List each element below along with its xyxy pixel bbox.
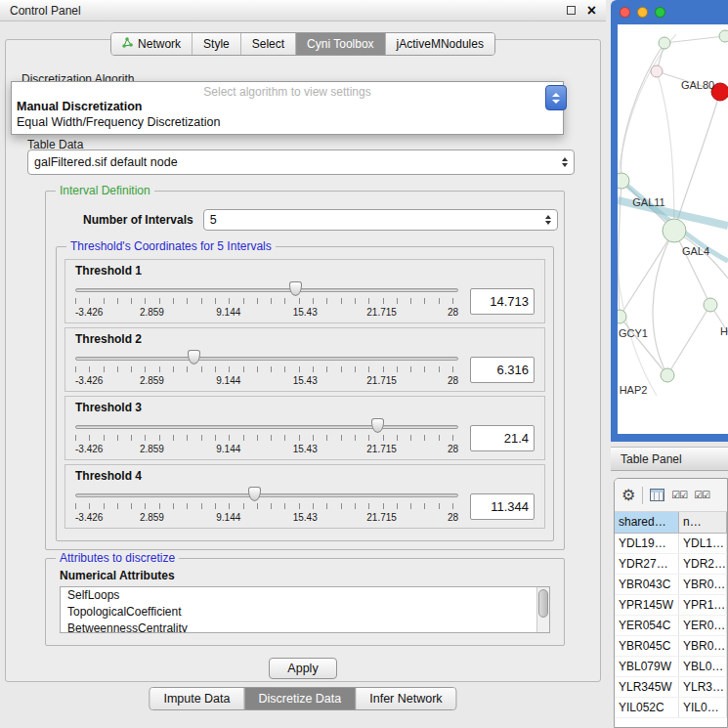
table-row[interactable]: YIL052CYIL0… — [615, 698, 727, 718]
traffic-light-minimize[interactable] — [637, 7, 648, 18]
table-cell[interactable]: YIL052C — [615, 698, 679, 717]
tab-select[interactable]: Select — [241, 33, 296, 55]
tab-discretize-data[interactable]: Discretize Data — [245, 688, 357, 709]
columns-icon[interactable] — [650, 489, 664, 501]
table-row[interactable]: YER054CYER0… — [615, 616, 727, 636]
table-cell[interactable]: YPR1… — [679, 595, 727, 615]
network-node-gcy1[interactable] — [618, 310, 626, 323]
network-node-hap2[interactable] — [661, 368, 674, 382]
slider-scale-label: 28 — [448, 375, 458, 386]
checkbox-icons[interactable]: ☑☑ — [671, 490, 687, 500]
table-cell[interactable]: YBR045C — [615, 636, 679, 656]
threshold-value-box[interactable]: 21.4 — [470, 425, 535, 451]
tab-infer-network[interactable]: Infer Network — [356, 688, 455, 709]
tab-jactivemnodules[interactable]: jActiveMNodules — [386, 33, 494, 55]
apply-button[interactable]: Apply — [269, 658, 336, 679]
tab-cyni-toolbox[interactable]: Cyni Toolbox — [296, 33, 385, 55]
slider-track[interactable] — [75, 493, 458, 497]
table-cell[interactable]: YBR0… — [679, 636, 727, 656]
checkbox-icons[interactable]: ☑☑ — [694, 490, 709, 500]
slider-ticks — [75, 366, 458, 372]
slider-scale-label: 21.715 — [366, 512, 397, 523]
column-header-name[interactable]: n… — [679, 512, 727, 533]
table-cell[interactable]: YBL0… — [679, 657, 727, 676]
table-panel-header: Table Panel — [611, 447, 728, 471]
traffic-light-close[interactable] — [620, 7, 630, 18]
threshold-slider[interactable]: -3.4262.8599.14415.4321.71528 — [75, 350, 458, 391]
threshold-slider[interactable]: -3.4262.8599.14415.4321.71528 — [75, 281, 458, 322]
network-node-gal4[interactable] — [663, 219, 686, 242]
threshold-value-box[interactable]: 11.344 — [470, 493, 535, 520]
threshold-slider[interactable]: -3.4262.8599.14415.4321.71528 — [75, 418, 458, 459]
table-cell[interactable]: YLR3… — [679, 677, 727, 697]
table-cell[interactable]: YBR043C — [615, 575, 679, 594]
popup-item-equal-width[interactable]: Equal Width/Frequency Discretization — [12, 114, 563, 130]
network-node[interactable] — [719, 30, 728, 42]
slider-scale: -3.4262.8599.14415.4321.71528 — [75, 307, 458, 319]
tab-impute-data[interactable]: Impute Data — [150, 688, 244, 709]
table-row[interactable]: YBL079WYBL0… — [615, 657, 727, 677]
threshold-slider[interactable]: -3.4262.8599.14415.4321.71528 — [75, 487, 458, 528]
close-icon[interactable]: × — [587, 5, 596, 17]
network-canvas[interactable]: GAL80 GAL11 GAL4 GCY1 HAP2 H — [618, 24, 728, 434]
number-of-intervals-combo[interactable]: 5 — [203, 209, 558, 231]
numerical-attributes-list[interactable]: SelfLoopsTopologicalCoefficientBetweenne… — [60, 586, 550, 633]
attribute-item[interactable]: BetweennessCentrality — [61, 621, 549, 633]
table-cell[interactable]: YER0… — [679, 616, 727, 635]
slider-thumb[interactable] — [289, 281, 302, 296]
table-row[interactable]: YBR045CYBR0… — [615, 636, 727, 657]
table-cell[interactable]: YDL19… — [615, 534, 679, 553]
table-row[interactable]: YDR27…YDR2… — [615, 554, 727, 575]
table-row[interactable]: YPR145WYPR1… — [615, 595, 727, 616]
thresholds-group: Threshold's Coordinates for 5 Intervals … — [56, 246, 554, 541]
table-row[interactable]: YDL19…YDL1… — [615, 534, 727, 554]
table-data-combo[interactable]: galFiltered.sif default node — [27, 150, 575, 175]
arrow-down-icon — [552, 100, 560, 104]
slider-track[interactable] — [75, 357, 458, 361]
network-node[interactable] — [659, 37, 670, 49]
slider-scale-label: 9.144 — [216, 444, 240, 454]
threshold-value-box[interactable]: 6.316 — [470, 357, 535, 383]
slider-thumb[interactable] — [188, 350, 200, 364]
algorithm-combo-arrow-button[interactable] — [545, 85, 567, 110]
table-row[interactable]: YBR043CYBR0… — [615, 575, 727, 595]
table-cell[interactable]: YLR345W — [615, 677, 679, 697]
scrollbar-thumb[interactable] — [538, 589, 548, 618]
slider-scale-label: 15.43 — [293, 307, 318, 318]
network-node-gal11[interactable] — [618, 173, 629, 189]
tab-network[interactable]: Network — [111, 33, 193, 55]
slider-thumb[interactable] — [371, 418, 384, 433]
table-cell[interactable]: YDL1… — [679, 534, 727, 553]
slider-scale-label: 9.144 — [216, 512, 240, 523]
popup-item-manual-discretization[interactable]: Manual Discretization — [12, 99, 563, 114]
combo-arrows-icon — [539, 215, 551, 225]
attribute-item[interactable]: SelfLoops — [61, 587, 549, 604]
table-cell[interactable]: YIL0… — [679, 698, 727, 717]
float-icon[interactable] — [567, 6, 576, 15]
table-row[interactable]: YLR345WYLR3… — [615, 677, 727, 698]
network-node-gal80[interactable] — [651, 65, 663, 77]
slider-scale-label: 15.43 — [293, 444, 318, 454]
table-cell[interactable]: YPR145W — [615, 595, 679, 615]
threshold-label: Threshold 2 — [75, 332, 535, 348]
gear-icon[interactable]: ⚙ — [621, 488, 635, 503]
traffic-light-zoom[interactable] — [655, 7, 665, 18]
vertical-scrollbar[interactable] — [536, 587, 549, 632]
table-cell[interactable]: YBL079W — [615, 657, 679, 676]
slider-track[interactable] — [75, 288, 458, 292]
tab-style[interactable]: Style — [193, 33, 241, 55]
table-cell[interactable]: YBR0… — [679, 575, 727, 594]
slider-track[interactable] — [75, 425, 458, 429]
network-node[interactable] — [704, 298, 717, 312]
slider-thumb[interactable] — [248, 487, 261, 501]
node-label: H — [720, 325, 728, 337]
table-cell[interactable]: YER054C — [615, 616, 679, 635]
table-cell[interactable]: YDR2… — [679, 554, 727, 574]
column-header-shared[interactable]: shared… — [615, 512, 679, 533]
threshold-value-box[interactable]: 14.713 — [470, 288, 535, 315]
slider-scale-label: 21.715 — [366, 307, 397, 318]
threshold-label: Threshold 3 — [75, 401, 535, 416]
attribute-item[interactable]: TopologicalCoefficient — [61, 604, 549, 621]
table-cell[interactable]: YDR27… — [615, 554, 679, 574]
threshold-label: Threshold 4 — [75, 469, 535, 485]
